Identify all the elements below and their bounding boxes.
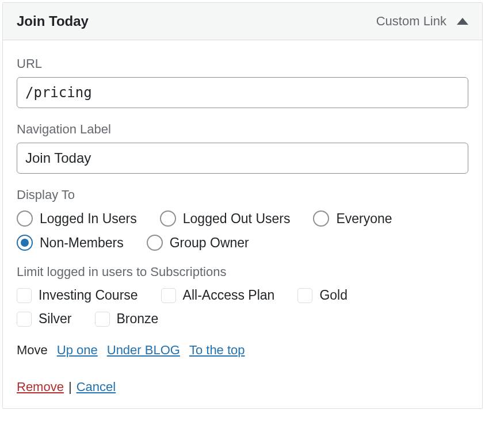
radio-icon <box>17 235 33 251</box>
radio-icon <box>147 235 163 251</box>
checkbox-label: Investing Course <box>39 288 138 303</box>
checkbox-icon <box>161 288 176 303</box>
nav-label-field-group: Navigation Label <box>17 122 468 174</box>
limit-subscriptions-section: Limit logged in users to Subscriptions I… <box>17 265 468 327</box>
move-under-blog-link[interactable]: Under BLOG <box>107 343 180 358</box>
checkbox-icon <box>95 312 110 327</box>
radio-dot-icon <box>21 239 29 247</box>
radio-label: Everyone <box>336 211 392 227</box>
checkbox-icon <box>297 288 312 303</box>
display-to-radio-row-1: Logged In Users Logged Out Users Everyon… <box>17 210 468 227</box>
panel-header-right: Custom Link <box>376 14 468 29</box>
checkbox-label: Silver <box>39 311 72 327</box>
radio-logged-in-users[interactable]: Logged In Users <box>17 210 137 227</box>
checkbox-investing-course[interactable]: Investing Course <box>17 288 138 303</box>
radio-group-owner[interactable]: Group Owner <box>147 235 249 251</box>
radio-non-members[interactable]: Non-Members <box>17 235 124 251</box>
actions-row: Remove | Cancel <box>17 380 468 395</box>
menu-item-panel: Join Today Custom Link URL Navigation La… <box>2 2 483 409</box>
checkbox-gold[interactable]: Gold <box>297 288 347 303</box>
radio-label: Non-Members <box>40 235 124 251</box>
move-label: Move <box>17 343 48 358</box>
remove-link[interactable]: Remove <box>17 380 64 395</box>
url-input[interactable] <box>17 77 468 108</box>
radio-label: Logged Out Users <box>183 211 291 227</box>
checkbox-all-access-plan[interactable]: All-Access Plan <box>161 288 275 303</box>
url-field-group: URL <box>17 56 468 108</box>
checkbox-bronze[interactable]: Bronze <box>95 311 159 327</box>
radio-everyone[interactable]: Everyone <box>313 210 392 227</box>
move-to-top-link[interactable]: To the top <box>189 343 245 358</box>
nav-label-input[interactable] <box>17 143 468 174</box>
display-to-heading: Display To <box>17 187 468 202</box>
collapse-up-icon[interactable] <box>457 18 468 25</box>
radio-icon <box>160 210 176 227</box>
nav-label-label: Navigation Label <box>17 122 468 137</box>
limit-heading: Limit logged in users to Subscriptions <box>17 265 468 279</box>
radio-label: Group Owner <box>170 235 249 251</box>
url-label: URL <box>17 56 468 71</box>
display-to-radio-row-2: Non-Members Group Owner <box>17 235 468 251</box>
checkbox-label: Gold <box>319 288 347 303</box>
checkbox-label: Bronze <box>117 311 159 327</box>
separator: | <box>68 380 72 395</box>
limit-check-row-1: Investing Course All-Access Plan Gold <box>17 288 468 303</box>
move-row: Move Up one Under BLOG To the top <box>17 343 468 358</box>
move-up-one-link[interactable]: Up one <box>57 343 98 358</box>
radio-label: Logged In Users <box>40 211 137 227</box>
panel-header[interactable]: Join Today Custom Link <box>3 3 482 40</box>
display-to-section: Display To Logged In Users Logged Out Us… <box>17 187 468 251</box>
checkbox-label: All-Access Plan <box>183 288 275 303</box>
checkbox-icon <box>17 288 32 303</box>
checkbox-silver[interactable]: Silver <box>17 311 72 327</box>
panel-title: Join Today <box>17 13 89 29</box>
radio-logged-out-users[interactable]: Logged Out Users <box>160 210 291 227</box>
radio-icon <box>17 210 33 227</box>
panel-body: URL Navigation Label Display To Logged I… <box>3 40 482 408</box>
menu-item-type-label: Custom Link <box>376 14 446 29</box>
checkbox-icon <box>17 312 32 327</box>
cancel-link[interactable]: Cancel <box>77 380 116 395</box>
limit-check-row-2: Silver Bronze <box>17 311 468 327</box>
radio-icon <box>313 210 329 227</box>
